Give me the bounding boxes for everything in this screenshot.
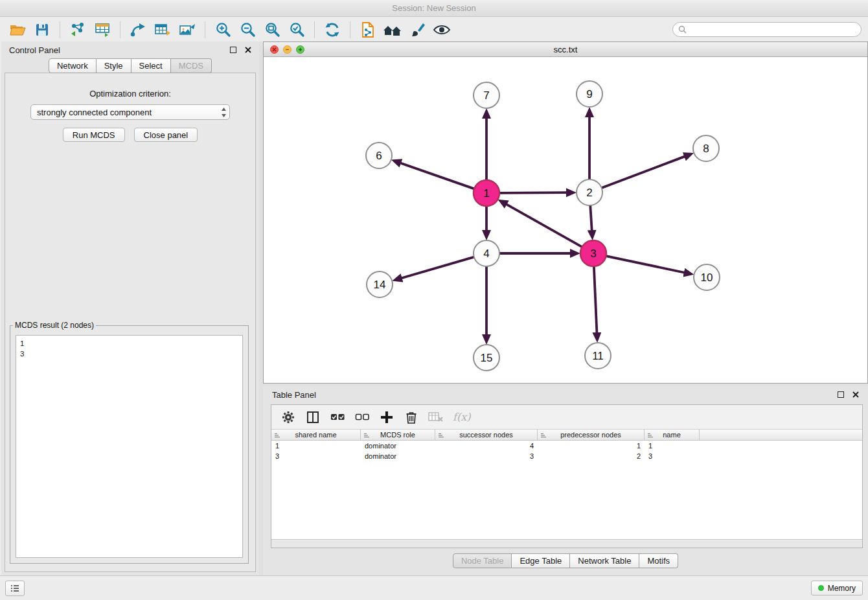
zoom-fit-button[interactable] xyxy=(260,19,284,40)
close-table-panel-button[interactable] xyxy=(852,391,859,398)
table-cell[interactable]: 2 xyxy=(538,451,645,461)
run-mcds-button[interactable]: Run MCDS xyxy=(63,128,125,142)
graph-edge-2-3[interactable] xyxy=(590,205,591,231)
table-cell[interactable]: 3 xyxy=(435,451,538,461)
tab-select[interactable]: Select xyxy=(131,58,171,73)
toolbar-separator xyxy=(120,21,120,38)
selected-option: strongly connected component xyxy=(31,108,152,117)
delete-column-button[interactable] xyxy=(428,409,444,426)
memory-label: Memory xyxy=(828,584,856,593)
network-from-selection-button[interactable] xyxy=(126,19,150,40)
export-table-button[interactable] xyxy=(150,19,175,40)
control-panel: Control Panel NetworkStyleSelectMCDS Opt… xyxy=(1,41,259,575)
network-window-titlebar[interactable]: scc.txt xyxy=(264,42,867,57)
window-minimize-button[interactable] xyxy=(283,45,291,54)
delete-selected-button[interactable] xyxy=(404,409,419,426)
search-input[interactable] xyxy=(690,25,856,34)
table-cell[interactable]: 1 xyxy=(271,441,361,451)
deselect-all-button[interactable] xyxy=(354,409,370,426)
column-header-successor-nodes[interactable]: successor nodes xyxy=(435,430,538,440)
zoom-out-icon xyxy=(240,21,256,38)
export-image-button[interactable] xyxy=(175,19,200,40)
open-file-button[interactable] xyxy=(5,19,30,40)
home-icon xyxy=(383,22,402,38)
graph-edge-4-14[interactable] xyxy=(402,257,474,279)
column-header-predecessor-nodes[interactable]: predecessor nodes xyxy=(538,430,645,440)
status-bar: Memory xyxy=(0,575,868,600)
table-cell[interactable]: 3 xyxy=(645,451,700,461)
import-network-button[interactable] xyxy=(65,19,90,40)
zoom-selected-button[interactable] xyxy=(284,19,309,40)
task-history-button[interactable] xyxy=(5,581,25,596)
show-hide-button[interactable] xyxy=(429,19,454,40)
save-session-button[interactable] xyxy=(30,19,54,40)
toolbar-separator xyxy=(205,21,205,38)
control-panel-tabs: NetworkStyleSelectMCDS xyxy=(1,58,259,73)
node-table-area: f(x) shared nameMCDS rolesuccessor nodes… xyxy=(271,404,863,548)
table-cell[interactable]: 1 xyxy=(538,441,645,451)
network-canvas[interactable]: 7968124314101511 xyxy=(264,58,867,384)
table-delete-icon xyxy=(428,411,444,423)
tab-network[interactable]: Network xyxy=(49,58,97,73)
tab-network-table[interactable]: Network Table xyxy=(570,553,639,568)
tab-style[interactable]: Style xyxy=(97,58,131,73)
function-builder-button[interactable]: f(x) xyxy=(453,409,470,426)
home-button[interactable] xyxy=(380,19,405,40)
tab-mcds[interactable]: MCDS xyxy=(171,58,212,73)
stepper-icon xyxy=(221,107,227,121)
table-toolbar: f(x) xyxy=(271,405,862,430)
float-table-panel-button[interactable] xyxy=(838,391,844,398)
optimization-criterion-select[interactable]: strongly connected component xyxy=(30,104,230,120)
float-panel-button[interactable] xyxy=(230,47,236,53)
sort-icon xyxy=(540,432,547,439)
add-row-button[interactable] xyxy=(379,409,394,426)
table-cell[interactable]: 3 xyxy=(271,451,361,461)
columns-icon xyxy=(306,411,319,424)
tab-motifs[interactable]: Motifs xyxy=(639,553,678,568)
node-table-body: 1dominator4113dominator323 xyxy=(271,441,862,539)
table-scrollbar[interactable] xyxy=(271,539,862,548)
search-box[interactable] xyxy=(672,22,862,37)
window-close-button[interactable] xyxy=(270,45,279,54)
column-header-shared-name[interactable]: shared name xyxy=(271,430,361,440)
column-header-name[interactable]: name xyxy=(645,430,700,440)
tab-edge-table[interactable]: Edge Table xyxy=(512,553,570,568)
close-panel-button[interactable] xyxy=(245,47,251,53)
import-table-button[interactable] xyxy=(90,19,115,40)
tab-node-table[interactable]: Node Table xyxy=(453,553,512,568)
network-from-file-button[interactable] xyxy=(356,19,380,40)
mcds-result-list[interactable]: 13 xyxy=(16,335,243,558)
zoom-out-button[interactable] xyxy=(235,19,260,40)
table-row[interactable]: 1dominator411 xyxy=(271,441,862,451)
show-columns-button[interactable] xyxy=(305,409,321,426)
export-image-icon xyxy=(179,22,196,38)
paint-style-button[interactable] xyxy=(405,19,429,40)
graph-edge-3-1[interactable] xyxy=(506,204,582,247)
table-cell[interactable]: dominator xyxy=(361,441,435,451)
table-row[interactable]: 3dominator323 xyxy=(271,451,862,461)
memory-button[interactable]: Memory xyxy=(811,581,863,595)
table-cell[interactable]: dominator xyxy=(361,451,435,461)
table-settings-button[interactable] xyxy=(280,409,296,426)
graph-edge-3-11[interactable] xyxy=(594,266,597,333)
column-header-mcds-role[interactable]: MCDS role xyxy=(361,430,435,440)
graph-edge-1-2[interactable] xyxy=(499,192,567,193)
window-zoom-button[interactable] xyxy=(296,45,304,54)
graph-edge-1-6[interactable] xyxy=(400,163,474,189)
apply-layout-button[interactable] xyxy=(320,19,345,40)
table-cell[interactable]: 4 xyxy=(435,441,538,451)
column-header-filler xyxy=(700,430,862,440)
graph-edge-2-8[interactable] xyxy=(602,156,685,188)
application-window: Session: New Session xyxy=(0,0,868,600)
network-view-window: scc.txt 7968124314101511 xyxy=(263,41,868,384)
close-icon xyxy=(852,391,859,398)
graph-edge-3-10[interactable] xyxy=(606,256,685,273)
table-panel-header: Table Panel xyxy=(263,386,868,403)
table-cell[interactable]: 1 xyxy=(645,441,700,451)
zoom-in-button[interactable] xyxy=(211,19,235,40)
eye-icon xyxy=(433,23,451,37)
select-all-button[interactable] xyxy=(330,409,345,426)
zoom-fit-icon xyxy=(264,21,280,38)
close-panel-action-button[interactable]: Close panel xyxy=(134,128,198,142)
graph-node-label: 4 xyxy=(483,248,489,260)
